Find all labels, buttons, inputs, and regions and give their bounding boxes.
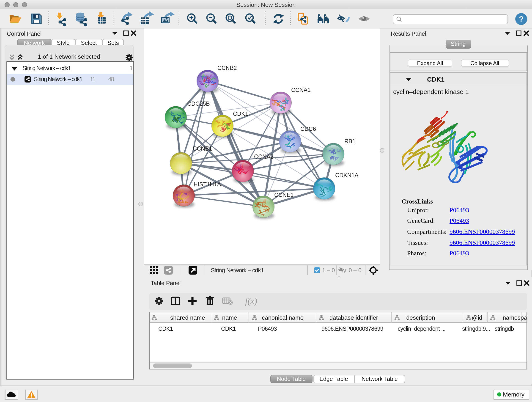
- svg-text:CDC25B: CDC25B: [187, 100, 210, 107]
- svg-text:String Network – cdk1: String Network – cdk1: [210, 267, 264, 274]
- svg-text:CCNB2: CCNB2: [217, 64, 237, 71]
- svg-text:CCNA1: CCNA1: [291, 86, 310, 93]
- svg-text:@id: @id: [472, 314, 482, 321]
- svg-text:stringdb: stringdb: [494, 325, 513, 332]
- svg-text:database identifier: database identifier: [329, 314, 378, 321]
- svg-text:canonical name: canonical name: [262, 314, 303, 321]
- svg-text:9606.ENSP00000378699: 9606.ENSP00000378699: [321, 325, 383, 332]
- svg-text:HIST1H1A: HIST1H1A: [193, 181, 221, 187]
- svg-text:f(x): f(x): [245, 296, 257, 306]
- svg-text:CDK1: CDK1: [221, 325, 235, 332]
- svg-text:P06493: P06493: [258, 325, 277, 332]
- svg-text:0 – 0: 0 – 0: [348, 267, 361, 274]
- svg-text:CCNA2: CCNA2: [254, 153, 273, 160]
- svg-text:CCNB1: CCNB1: [192, 145, 212, 152]
- svg-text:stringdb:9...: stringdb:9...: [462, 325, 490, 332]
- svg-text:name: name: [222, 314, 237, 321]
- svg-text:RB1: RB1: [344, 138, 355, 144]
- svg-text:cyclin–dependent ...: cyclin–dependent ...: [398, 325, 445, 332]
- svg-text:namespace: namespace: [502, 314, 527, 321]
- svg-text:shared name: shared name: [170, 314, 205, 321]
- svg-text:CDC6: CDC6: [300, 125, 316, 132]
- svg-text:CDK1: CDK1: [158, 325, 173, 332]
- svg-text:CDK1: CDK1: [233, 110, 248, 117]
- svg-text:CDKN1A: CDKN1A: [335, 172, 358, 178]
- svg-text:CCNE1: CCNE1: [274, 191, 293, 198]
- svg-text:description: description: [406, 314, 435, 321]
- svg-text:1 – 0: 1 – 0: [322, 267, 335, 274]
- svg-text:?: ?: [519, 15, 524, 23]
